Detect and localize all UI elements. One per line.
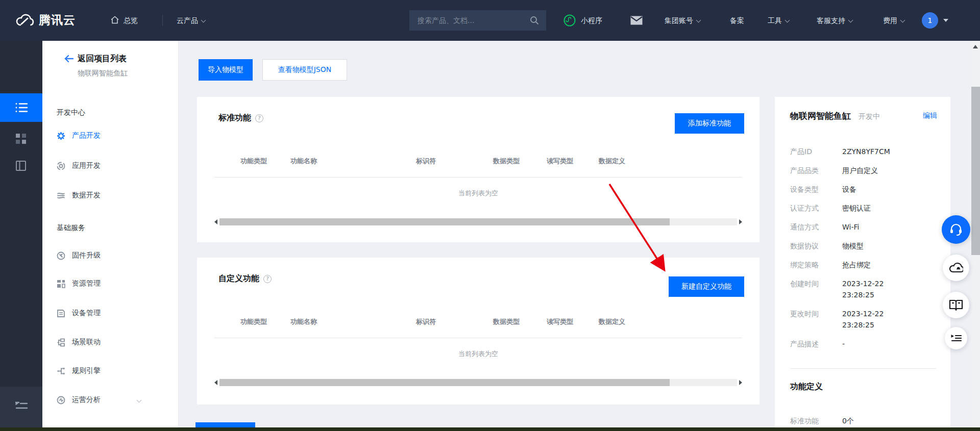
nav-overview[interactable]: 总览 [124,15,138,26]
left-rail [0,41,42,431]
panel-title-row: 物联网智能鱼缸 开发中 [790,110,880,122]
rail-item-feature-list[interactable] [0,93,42,122]
nav-cloud-products[interactable]: 云产品 [177,15,205,26]
project-name: 物联网智能鱼缸 [78,69,128,78]
edit-link[interactable]: 编辑 [923,111,937,120]
add-standard-feature-button[interactable]: 添加标准功能 [675,113,744,134]
scroll-left-icon[interactable] [214,219,217,224]
col-header-feature-name: 功能名称 [290,317,317,326]
sidebar-item-label: 规则引擎 [72,366,101,375]
field-row: 创建时间2023-12-22 23:28:25 [790,278,938,300]
sidebar-item-rule-engine[interactable]: 规则引擎 [57,366,169,375]
scrollbar-thumb[interactable] [219,379,670,386]
empty-list-text: 当前列表为空 [197,349,760,359]
sidebar-item-label: 应用开发 [72,161,101,170]
table-divider [214,177,742,178]
list-arrow-icon [950,334,962,343]
col-header-rw-type: 读写类型 [547,317,573,326]
blocks-icon [57,280,65,288]
rule-tree-icon [57,367,65,375]
standard-features-card: 标准功能? 添加标准功能 功能类型 功能名称 标识符 数据类型 读写类型 数据定… [197,97,760,242]
search-input[interactable] [409,16,530,24]
sidebar-group-basic-services: 基础服务 [57,223,85,233]
card-title: 标准功能? [218,113,263,123]
col-header-feature-name: 功能名称 [290,157,317,166]
field-row: 产品品类用户自定义 [790,165,938,176]
sidebar-item-label: 设备管理 [72,309,101,318]
scrollbar-thumb[interactable] [971,87,980,255]
rail-item-docs-panel[interactable] [15,160,27,172]
field-row: 认证方式密钥认证 [790,202,938,214]
project-sidebar: 返回项目列表 物联网智能鱼缸 开发中心 产品开发 应用开发 数据开发 基础服务 [42,41,179,431]
rail-item-modules[interactable] [15,133,27,145]
scroll-left-icon[interactable] [214,380,217,385]
avatar-caret-icon[interactable] [943,19,948,22]
scrollbar-track[interactable] [219,379,737,386]
col-header-feature-type: 功能类型 [240,317,267,326]
col-header-rw-type: 读写类型 [547,157,573,166]
help-icon[interactable]: ? [263,275,272,283]
brand-name[interactable]: 腾讯云 [39,12,76,28]
field-row: 通信方式Wi-Fi [790,221,938,233]
gear-icon [57,132,65,140]
chevron-down-icon [785,18,790,23]
pulse-circle-icon [57,396,65,404]
chevron-down-icon [137,397,142,402]
sidebar-item-app-dev[interactable]: 应用开发 [57,161,169,170]
col-header-identifier: 标识符 [416,157,436,166]
scrollbar-thumb[interactable] [219,218,670,225]
tencent-cloud-logo-icon[interactable] [14,12,35,31]
sidebar-item-firmware-upgrade[interactable]: 固件升级 [57,251,169,260]
back-to-project-list[interactable]: 返回项目列表 [78,54,127,64]
nav-support[interactable]: 客服支持 [817,15,852,26]
nav-billing[interactable]: 费用 [883,15,904,26]
search-box [409,10,546,31]
sidebar-item-device-mgmt[interactable]: 设备管理 [57,309,169,318]
field-row: 标准功能 0个 [790,415,938,426]
mail-icon[interactable] [630,15,643,28]
import-thing-model-button[interactable]: 导入物模型 [199,59,253,81]
field-row: 产品ID2ZYN8YF7CM [790,146,938,157]
target-circle-icon [57,162,65,170]
status-badge: 开发中 [859,112,880,120]
field-row: 绑定策略抢占绑定 [790,259,938,270]
panel-product-name: 物联网智能鱼缸 [790,111,851,121]
search-icon[interactable] [530,16,539,25]
documentation-button[interactable] [943,292,969,318]
scroll-up-icon[interactable] [973,45,978,48]
nav-group-account[interactable]: 集团账号 [665,15,700,26]
topbar: 腾讯云 总览 云产品 小程序 集团账号 备案 工具 客服支持 费用 1 [0,0,980,41]
product-info-panel: 物联网智能鱼缸 开发中 编辑 产品ID2ZYN8YF7CM 产品品类用户自定义 … [775,97,950,431]
view-thing-model-json-button[interactable]: 查看物模型JSON [262,59,347,81]
sidebar-item-data-dev[interactable]: 数据开发 [57,191,169,200]
help-icon[interactable]: ? [255,114,263,122]
home-icon [110,15,119,27]
mini-program-icon [564,14,576,29]
nav-tools[interactable]: 工具 [768,15,789,26]
nav-mini-program[interactable]: 小程序 [581,15,602,26]
scroll-right-icon[interactable] [739,219,742,224]
customer-service-button[interactable] [942,215,970,244]
back-arrow-icon[interactable] [64,54,74,65]
sidebar-item-scene-linkage[interactable]: 场景联动 [57,338,169,347]
linked-nodes-icon [57,338,65,347]
notifications-button[interactable] [943,255,969,281]
chevron-down-icon [201,18,206,23]
page-scrollbar[interactable] [971,41,980,431]
col-header-data-type: 数据类型 [493,157,520,166]
scrollbar-track[interactable] [219,218,737,225]
sidebar-item-resource-mgmt[interactable]: 资源管理 [57,279,169,288]
scroll-right-icon[interactable] [739,380,742,385]
chevron-down-icon [848,18,853,23]
avatar[interactable]: 1 [922,12,938,29]
create-custom-feature-button[interactable]: 新建自定义功能 [669,276,744,297]
panel-fields: 产品ID2ZYN8YF7CM 产品品类用户自定义 设备类型设备 认证方式密钥认证… [790,146,938,357]
feedback-list-button[interactable] [945,327,967,349]
nav-beian[interactable]: 备案 [730,15,744,26]
expand-menu-icon[interactable] [15,401,28,413]
field-row: 数据协议物模型 [790,240,938,251]
sidebar-item-product-dev[interactable]: 产品开发 [57,131,169,140]
sidebar-item-operation-analysis[interactable]: 运营分析 [57,395,169,404]
empty-list-text: 当前列表为空 [197,189,760,198]
col-header-data-definition: 数据定义 [599,157,625,166]
